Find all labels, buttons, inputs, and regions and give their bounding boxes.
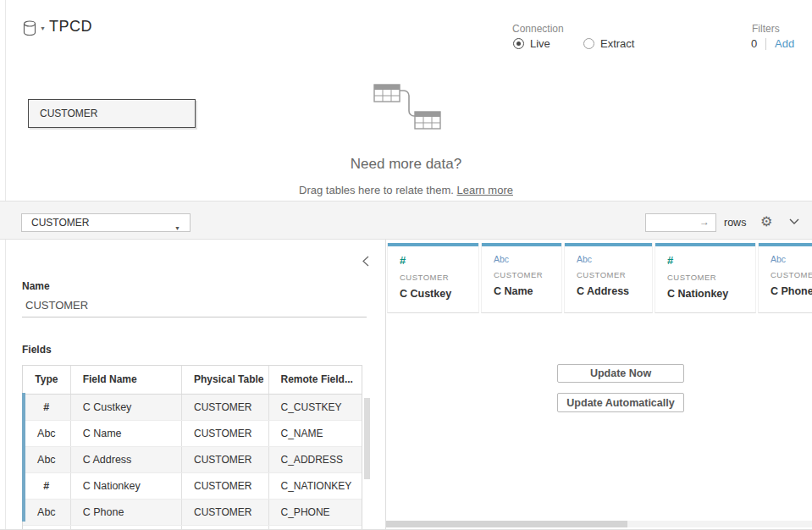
- string-type-icon: Abc: [494, 254, 561, 264]
- col-header-field-name[interactable]: Field Name: [71, 366, 182, 394]
- data-grid: # CUSTOMER C Custkey Abc CUSTOMER C Name…: [386, 240, 812, 530]
- rows-label: rows: [724, 217, 746, 229]
- remote-field-cell: C_PHONE: [269, 500, 362, 525]
- string-type-icon: Abc: [23, 421, 71, 446]
- column-accent-bar: [655, 243, 755, 246]
- database-icon[interactable]: [23, 20, 36, 36]
- learn-more-link[interactable]: Learn more: [456, 184, 512, 196]
- rows-go-arrow-icon[interactable]: →: [699, 216, 710, 228]
- grid-settings-gear-icon[interactable]: ⚙: [760, 213, 772, 229]
- fields-table-vertical-scrollbar[interactable]: [364, 398, 370, 479]
- field-row-c-address[interactable]: Abc C Address CUSTOMER C_ADDRESS: [23, 447, 362, 473]
- connection-label: Connection: [512, 23, 564, 35]
- empty-canvas-title: Need more data?: [0, 156, 812, 173]
- field-row-partial: [23, 526, 362, 530]
- fields-label: Fields: [22, 344, 52, 356]
- remote-field-cell: C_ADDRESS: [269, 447, 362, 472]
- fields-table-selection-accent: [22, 393, 25, 522]
- data-grid-header-row: # CUSTOMER C Custkey Abc CUSTOMER C Name…: [387, 243, 812, 313]
- grid-horizontal-scrollbar-thumb[interactable]: [386, 521, 627, 527]
- grid-col-c-nationkey[interactable]: # CUSTOMER C Nationkey: [655, 243, 756, 313]
- name-label: Name: [22, 280, 50, 292]
- number-type-icon: #: [400, 254, 478, 267]
- radio-extract-circle-icon[interactable]: [583, 38, 594, 49]
- grid-col-c-name[interactable]: Abc CUSTOMER C Name: [481, 243, 562, 313]
- physical-table-cell: CUSTOMER: [182, 395, 269, 420]
- filters-label: Filters: [752, 23, 780, 35]
- col-header-remote-field[interactable]: Remote Field...: [269, 366, 362, 394]
- string-type-icon: Abc: [23, 500, 71, 525]
- empty-canvas-hint: Drag tables here to relate them.: [299, 184, 456, 196]
- physical-table-cell: CUSTOMER: [182, 500, 269, 525]
- field-row-c-phone[interactable]: Abc C Phone CUSTOMER C_PHONE: [23, 500, 362, 526]
- grid-col-field-name[interactable]: C Custkey: [400, 288, 478, 300]
- database-menu-caret-icon[interactable]: ▼: [40, 25, 46, 31]
- column-accent-bar: [388, 243, 478, 246]
- field-name-cell[interactable]: C Name: [71, 421, 182, 446]
- grid-col-field-name[interactable]: C Nationkey: [667, 288, 755, 300]
- physical-table-cell: CUSTOMER: [182, 447, 269, 472]
- field-name-cell[interactable]: C Custkey: [71, 395, 182, 420]
- grid-col-table-name: CUSTOMER: [400, 273, 478, 282]
- name-input[interactable]: CUSTOMER: [25, 299, 88, 312]
- grid-col-c-custkey[interactable]: # CUSTOMER C Custkey: [387, 243, 479, 313]
- field-row-c-name[interactable]: Abc C Name CUSTOMER C_NAME: [23, 421, 362, 447]
- grid-col-field-name[interactable]: C Name: [494, 285, 561, 297]
- remote-field-cell: C_NATIONKEY: [269, 473, 362, 499]
- string-type-icon: Abc: [771, 254, 812, 264]
- grid-col-table-name: CUSTOMER: [577, 270, 652, 279]
- string-type-icon: Abc: [23, 447, 71, 472]
- physical-table-cell: CUSTOMER: [182, 473, 269, 499]
- grid-col-table-name: CUSTOMER: [771, 270, 812, 279]
- filters-count: 0: [751, 37, 757, 50]
- name-input-underline: [22, 317, 367, 317]
- column-accent-bar: [482, 243, 561, 246]
- field-name-cell[interactable]: C Phone: [71, 500, 182, 525]
- field-row-c-nationkey[interactable]: # C Nationkey CUSTOMER C_NATIONKEY: [23, 473, 362, 500]
- number-type-icon: #: [667, 254, 755, 267]
- update-automatically-button[interactable]: Update Automatically: [557, 393, 684, 412]
- dropdown-caret-icon: ▼: [174, 220, 180, 237]
- radio-extract-label[interactable]: Extract: [600, 37, 634, 50]
- grid-col-field-name[interactable]: C Address: [577, 285, 652, 297]
- field-row-c-custkey[interactable]: # C Custkey CUSTOMER C_CUSTKEY: [23, 395, 362, 421]
- collapse-panel-chevron-left-icon[interactable]: [362, 256, 369, 267]
- radio-live-circle-icon[interactable]: [513, 38, 524, 49]
- number-type-icon: #: [23, 473, 71, 499]
- col-header-type[interactable]: Type: [23, 366, 71, 394]
- string-type-icon: Abc: [577, 254, 652, 264]
- filters-add-link[interactable]: Add: [775, 37, 794, 50]
- left-pane-edge-divider: [5, 0, 6, 530]
- fields-table: Type Field Name Physical Table Remote Fi…: [22, 365, 362, 530]
- remote-field-cell: C_CUSTKEY: [269, 395, 362, 420]
- field-name-cell[interactable]: C Address: [71, 447, 182, 472]
- grid-col-table-name: CUSTOMER: [494, 270, 561, 279]
- relate-tables-illustration-icon: [371, 83, 447, 135]
- table-selector-dropdown[interactable]: CUSTOMER ▼: [21, 213, 191, 232]
- update-now-button[interactable]: Update Now: [557, 364, 684, 383]
- logical-table-customer[interactable]: CUSTOMER: [28, 99, 196, 128]
- field-name-cell[interactable]: C Nationkey: [71, 473, 182, 499]
- grid-options-chevron-down-icon[interactable]: [789, 218, 799, 224]
- number-type-icon: #: [23, 395, 71, 420]
- grid-col-table-name: CUSTOMER: [667, 273, 755, 282]
- filters-divider: [765, 38, 766, 50]
- column-accent-bar: [565, 243, 652, 246]
- grid-col-c-phone[interactable]: Abc CUSTOMER C Phone: [758, 243, 812, 313]
- radio-live[interactable]: Live: [513, 37, 550, 50]
- column-accent-bar: [759, 243, 812, 246]
- radio-extract[interactable]: Extract: [583, 37, 634, 50]
- radio-live-label[interactable]: Live: [530, 37, 550, 50]
- tableau-datasource-page: ▼ TPCD Connection Live Extract Filters 0…: [0, 0, 812, 530]
- empty-canvas-subtitle: Drag tables here to relate them. Learn m…: [0, 184, 812, 196]
- grid-col-field-name[interactable]: C Phone: [771, 285, 812, 297]
- table-selector-value: CUSTOMER: [31, 217, 89, 229]
- physical-table-cell: CUSTOMER: [182, 421, 269, 446]
- remote-field-cell: C_NAME: [269, 421, 362, 446]
- col-header-physical-table[interactable]: Physical Table: [182, 366, 269, 394]
- grid-col-c-address[interactable]: Abc CUSTOMER C Address: [564, 243, 653, 313]
- fields-table-header-row: Type Field Name Physical Table Remote Fi…: [23, 366, 362, 395]
- datasource-title[interactable]: TPCD: [49, 18, 92, 36]
